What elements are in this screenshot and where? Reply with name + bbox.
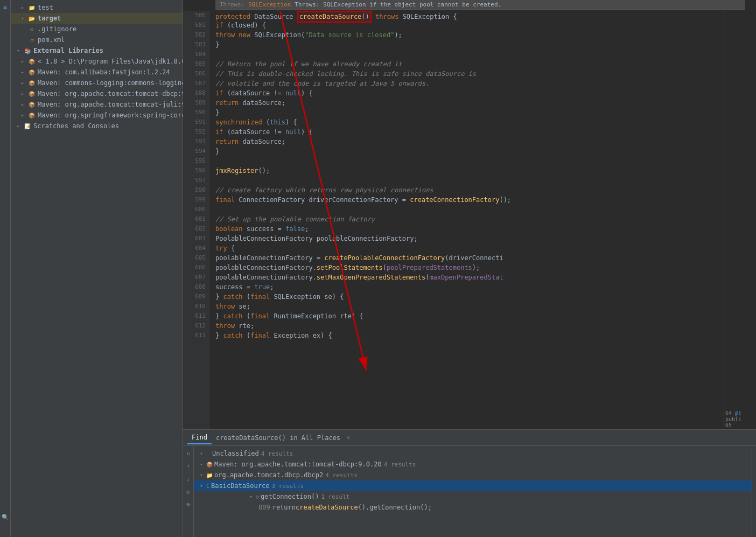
result-method-highlight: createDataSource [296, 504, 358, 511]
class-icon: C [206, 483, 209, 489]
up-icon[interactable]: ↑ [184, 461, 193, 471]
tree-label-target: target [38, 15, 61, 22]
code-line-587: // volatile and the code is targeted at … [215, 79, 724, 88]
tree-item-fastjson[interactable]: 📦 Maven: com.alibaba:fastjson:1.2.24 [11, 67, 183, 78]
code-line-586: // This is double-checked locking. This … [215, 69, 724, 79]
code-line-611: } catch (final RuntimeException rte) { [215, 311, 724, 321]
code-line-596: jmxRegister(); [215, 166, 724, 176]
doc-tooltip-text: Throws: SQLException if the object pool … [295, 1, 501, 8]
tree-label-fastjson: Maven: com.alibaba:fastjson:1.2.24 [38, 68, 170, 76]
result-line-809[interactable]: 809 return createDataSource ().getConnec… [194, 502, 752, 513]
tree-item-tomcat-juli[interactable]: 📦 Maven: org.apache.tomcat:tomcat-juli:9… [11, 99, 183, 110]
doc-tooltip-type: SQLException [248, 1, 291, 8]
find-icon[interactable] [1, 525, 10, 535]
tree-label-commons: Maven: commons-logging:commons-logging:1… [38, 79, 183, 87]
tab-close-button[interactable]: × [347, 435, 350, 441]
tree-label-tomcat-juli: Maven: org.apache.tomcat:tomcat-juli:9.0… [38, 101, 183, 108]
find-panel-icons: ↻ ↑ ↓ ⚙ 👁 [183, 446, 194, 537]
basic-ds-count: 3 results [271, 483, 304, 490]
tree-label-test: test [38, 4, 53, 11]
maven-tomcat-dbcp-label: Maven: org.apache.tomcat:tomcat-dbcp:9.0… [214, 461, 382, 468]
tree-label-gitignore: .gitignore [38, 25, 76, 33]
find-panel: ↻ ↑ ↓ ⚙ 👁 Unclassified 4 results [183, 446, 756, 537]
tree-arrow-extlibs [15, 47, 22, 54]
settings-icon[interactable]: ⚙ [184, 487, 193, 497]
code-line-609: } catch (final SQLException se) { [215, 292, 724, 302]
method-highlight-box: createDataSource() [297, 11, 372, 23]
tree-item-commons[interactable]: 📦 Maven: commons-logging:commons-logging… [11, 78, 183, 88]
tree-item-spring-core[interactable]: 📦 Maven: org.springframework:spring-core… [11, 110, 183, 121]
org-package-label: org.apache.tomcat.dbcp.dbcp2 [214, 471, 323, 479]
get-connection-arrow [248, 493, 254, 500]
spring-core-icon: 📦 [27, 111, 36, 120]
find-results-tree: Unclassified 4 results 📦 Maven: org.apac… [194, 446, 752, 537]
bookmarks-icon[interactable]: 🔍 [1, 512, 10, 522]
tree-label-spring-core: Maven: org.springframework:spring-core:4… [38, 111, 183, 119]
tab-query: createDataSource() in All Places [214, 434, 342, 442]
code-content: protected DataSource createDataSource() … [210, 11, 724, 429]
bottom-panel: Find createDataSource() in All Places × … [183, 429, 756, 537]
tree-arrow-jdk [19, 58, 26, 65]
code-line-597 [215, 176, 724, 185]
scratches-icon: 📝 [23, 122, 32, 130]
find-results-scrollbar[interactable] [752, 446, 756, 537]
lib-icon: 📦 [206, 462, 213, 468]
code-line-589: return dataSource; [215, 98, 724, 108]
structure-icon[interactable]: ≡ [1, 2, 10, 12]
code-line-588: if (dataSource != null) { [215, 88, 724, 98]
org-package-group[interactable]: 📁 org.apache.tomcat.dbcp.dbcp2 4 results [194, 470, 752, 480]
preview-icon[interactable]: 👁 [184, 500, 193, 510]
unclassified-arrow [198, 450, 205, 457]
org-package-count: 4 results [325, 472, 358, 479]
code-line-592: if (dataSource != null) { [215, 127, 724, 137]
code-line-584 [215, 50, 724, 59]
jdk-icon: 📦 [27, 57, 36, 66]
unclassified-label: Unclassified [212, 450, 259, 457]
tree-item-tomcat-dbcp[interactable]: 📦 Maven: org.apache.tomcat:tomcat-dbcp:9… [11, 88, 183, 99]
unclassified-group[interactable]: Unclassified 4 results [194, 448, 752, 459]
tree-item-jdk[interactable]: 📦 < 1.8 > D:\Program Files\Java\jdk1.8.0… [11, 56, 183, 67]
tree-item-target[interactable]: 📂 target [11, 13, 183, 24]
code-line-602: boolean success = false; [215, 224, 724, 234]
tree-label-jdk: < 1.8 > D:\Program Files\Java\jdk1.8.0_2… [38, 58, 183, 65]
tree-item-test[interactable]: 📁 test [11, 2, 183, 13]
tree-arrow-tomcat-juli [19, 101, 26, 108]
tree-item-pom[interactable]: · m pom.xml [11, 34, 183, 45]
maven-tomcat-dbcp-count: 4 results [384, 461, 416, 468]
extlibs-icon: 📚 [23, 46, 32, 55]
basic-ds-arrow [198, 483, 205, 489]
refresh-icon[interactable]: ↻ [184, 448, 193, 458]
tree-label-scratches: Scratches and Consoles [33, 122, 119, 130]
code-line-590: } [215, 108, 724, 117]
folder-icon-test: 📁 [27, 3, 36, 12]
fastjson-icon: 📦 [27, 68, 36, 76]
warning-icon: ⊙ [256, 494, 259, 500]
line-numbers: 580 581 582 583 584 585 586 587 588 589 … [183, 11, 210, 429]
tree-arrow-spring-core [19, 112, 26, 118]
code-line-582: throw new SQLException("Data source is c… [215, 30, 724, 40]
code-line-593: return dataSource; [215, 137, 724, 147]
code-line-610: throw se; [215, 302, 724, 311]
maven-tomcat-dbcp-group[interactable]: 📦 Maven: org.apache.tomcat:tomcat-dbcp:9… [194, 459, 752, 470]
down-icon[interactable]: ↓ [184, 474, 193, 484]
tree-item-extlibs[interactable]: 📚 External Libraries [11, 45, 183, 56]
get-connection-label: getConnection() [261, 493, 319, 500]
right-panel-info-2: 65 [725, 422, 755, 428]
code-line-591: synchronized (this) { [215, 117, 724, 127]
code-line-585: // Return the pool if we have already cr… [215, 59, 724, 69]
tab-find[interactable]: Find [187, 431, 212, 444]
tree-arrow-commons [19, 80, 26, 86]
result-text-809b: ().getConnection(); [358, 504, 432, 511]
tree-arrow-scratches [15, 123, 22, 129]
code-line-600 [215, 205, 724, 214]
tree-item-gitignore[interactable]: · ⊘ .gitignore [11, 24, 183, 34]
code-line-608: success = true; [215, 282, 724, 292]
code-line-598: // create factory which returns raw phys… [215, 185, 724, 195]
tree-item-scratches[interactable]: 📝 Scratches and Consoles [11, 121, 183, 131]
basic-ds-group[interactable]: C BasicDataSource 3 results [194, 480, 752, 491]
package-icon: 📁 [206, 472, 213, 478]
get-connection-group[interactable]: ⊙ getConnection() 1 result [194, 491, 752, 502]
doc-tooltip-label: Throws: [220, 1, 248, 8]
right-panel-info-1: 64 @i publi [725, 410, 755, 422]
code-line-603: PoolableConnectionFactory poolableConnec… [215, 234, 724, 243]
